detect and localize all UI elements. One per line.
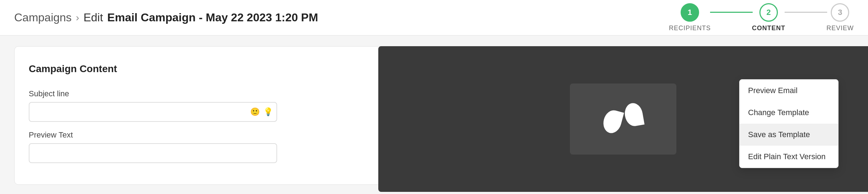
subject-line-group: Subject line 🙂 💡 xyxy=(29,89,277,122)
breadcrumb-arrow: › xyxy=(76,12,79,23)
preview-text-input[interactable] xyxy=(29,143,277,163)
dropdown-item-save-as-template[interactable]: Save as Template xyxy=(740,124,838,146)
step-1-label: RECIPIENTS xyxy=(669,25,711,32)
stepper: 1 RECIPIENTS 2 CONTENT 3 REVIEW xyxy=(669,3,854,32)
page-header: Campaigns › Edit Email Campaign - May 22… xyxy=(0,0,868,36)
step-1: 1 RECIPIENTS xyxy=(669,3,711,32)
main-content: Campaign Content xyxy=(0,36,868,194)
dropdown-item-edit-plain-text[interactable]: Edit Plain Text Version xyxy=(740,146,838,168)
subject-line-input[interactable] xyxy=(29,102,277,122)
subject-line-label: Subject line xyxy=(29,89,277,98)
step-connector-2-3 xyxy=(785,12,827,13)
edit-email-dropdown-menu: Preview Email Change Template Save as Te… xyxy=(739,79,839,168)
breadcrumb: Campaigns › Edit Email Campaign - May 22… xyxy=(14,11,318,24)
breadcrumb-campaigns[interactable]: Campaigns xyxy=(14,11,72,24)
step-2-circle: 2 xyxy=(759,3,778,22)
step-connector-1-2 xyxy=(710,12,753,13)
breadcrumb-title: Email Campaign - May 22 2023 1:20 PM xyxy=(107,11,318,24)
input-icons: 🙂 💡 xyxy=(250,107,273,117)
dropdown-item-preview-email[interactable]: Preview Email xyxy=(740,80,838,102)
step-2: 2 CONTENT xyxy=(752,3,785,32)
subject-line-input-wrapper: 🙂 💡 xyxy=(29,102,277,122)
form-section: Subject line 🙂 💡 Preview Text xyxy=(29,89,277,163)
logo-leaf-left xyxy=(601,108,624,135)
logo-shape xyxy=(602,101,644,137)
breadcrumb-edit: Edit xyxy=(83,11,103,24)
step-1-circle: 1 xyxy=(681,3,699,22)
emoji-icon[interactable]: 🙂 xyxy=(250,107,260,117)
step-3-label: REVIEW xyxy=(826,25,854,32)
step-3: 3 REVIEW xyxy=(826,3,854,32)
preview-text-group: Preview Text xyxy=(29,130,277,163)
card-title: Campaign Content xyxy=(29,63,117,75)
step-3-circle: 3 xyxy=(831,3,849,22)
dropdown-item-change-template[interactable]: Change Template xyxy=(740,102,838,124)
preview-text-input-wrapper xyxy=(29,143,277,163)
preview-text-label: Preview Text xyxy=(29,130,277,140)
logo-leaf-right xyxy=(623,102,645,128)
lightbulb-icon[interactable]: 💡 xyxy=(263,107,273,117)
step-2-label: CONTENT xyxy=(752,25,785,32)
email-preview-logo-area xyxy=(570,83,676,155)
